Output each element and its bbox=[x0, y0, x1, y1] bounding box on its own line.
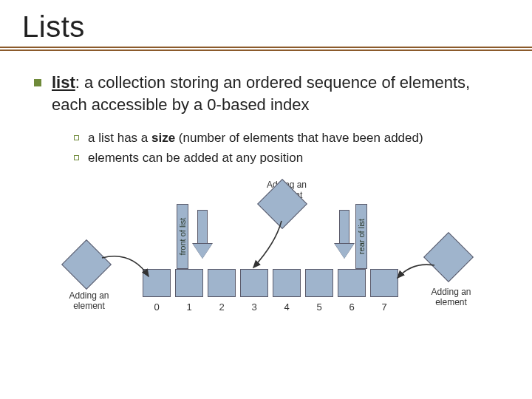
rear-of-list-label: rear of list bbox=[355, 204, 367, 269]
sub-bullet-row: a list has a size (number of elements th… bbox=[74, 130, 502, 147]
sub-bullet-row: elements can be added at any position bbox=[74, 150, 502, 167]
list-cells bbox=[143, 269, 398, 297]
square-bullet-icon bbox=[34, 79, 41, 86]
down-arrow-icon bbox=[335, 210, 354, 262]
hollow-square-bullet-icon bbox=[74, 135, 79, 140]
list-cell bbox=[143, 269, 171, 297]
list-cell bbox=[305, 269, 333, 297]
definition-term: list bbox=[52, 73, 75, 92]
right-add-label: Adding an element bbox=[423, 287, 479, 308]
sub-bullet-bold: size bbox=[151, 131, 175, 145]
slide-title: Lists bbox=[22, 10, 532, 44]
sub-bullet-pre: a list has a bbox=[88, 131, 151, 145]
index-label: 2 bbox=[208, 301, 236, 313]
index-label: 0 bbox=[143, 301, 171, 313]
definition-rest1: : a collection storing an ordered sequen… bbox=[75, 73, 470, 92]
list-cell bbox=[240, 269, 268, 297]
list-cell bbox=[175, 269, 203, 297]
front-of-list-text: front of list bbox=[178, 218, 187, 256]
list-diagram: front of list rear of list Adding an ele… bbox=[61, 180, 475, 350]
sub-bullet-text: a list has a size (number of elements th… bbox=[88, 130, 423, 147]
list-cell bbox=[273, 269, 301, 297]
index-label: 1 bbox=[175, 301, 203, 313]
slide-title-block: Lists bbox=[0, 0, 532, 48]
sub-bullet-text: elements can be added at any position bbox=[88, 150, 303, 167]
right-add-label-text: Adding an element bbox=[431, 287, 471, 307]
definition-rest2: each accessible by a 0-based index bbox=[52, 95, 310, 114]
left-add-label-text: Adding an element bbox=[69, 290, 109, 311]
down-arrow-icon bbox=[193, 210, 212, 262]
list-cell bbox=[208, 269, 236, 297]
element-diamond-icon bbox=[61, 239, 112, 290]
rear-of-list-text: rear of list bbox=[357, 219, 366, 254]
list-cell bbox=[338, 269, 366, 297]
main-bullet: list: a collection storing an ordered se… bbox=[34, 72, 502, 115]
index-label: 5 bbox=[305, 301, 333, 313]
hollow-square-bullet-icon bbox=[74, 155, 79, 160]
sub-bullet-post: (number of elements that have been added… bbox=[175, 131, 423, 145]
slide-content: list: a collection storing an ordered se… bbox=[0, 51, 532, 350]
index-label: 3 bbox=[240, 301, 268, 313]
element-diamond-icon bbox=[423, 232, 474, 282]
sub-bullet-pre: elements can be added at any position bbox=[88, 151, 303, 165]
definition-text: list: a collection storing an ordered se… bbox=[52, 72, 470, 115]
sub-bullet-list: a list has a size (number of elements th… bbox=[74, 130, 502, 167]
list-cell bbox=[370, 269, 398, 297]
front-of-list-label: front of list bbox=[177, 204, 188, 269]
index-label: 4 bbox=[273, 301, 301, 313]
index-label: 6 bbox=[338, 301, 366, 313]
left-add-label: Adding an element bbox=[61, 291, 117, 312]
index-label: 7 bbox=[370, 301, 398, 313]
index-row: 0 1 2 3 4 5 6 7 bbox=[143, 301, 398, 313]
